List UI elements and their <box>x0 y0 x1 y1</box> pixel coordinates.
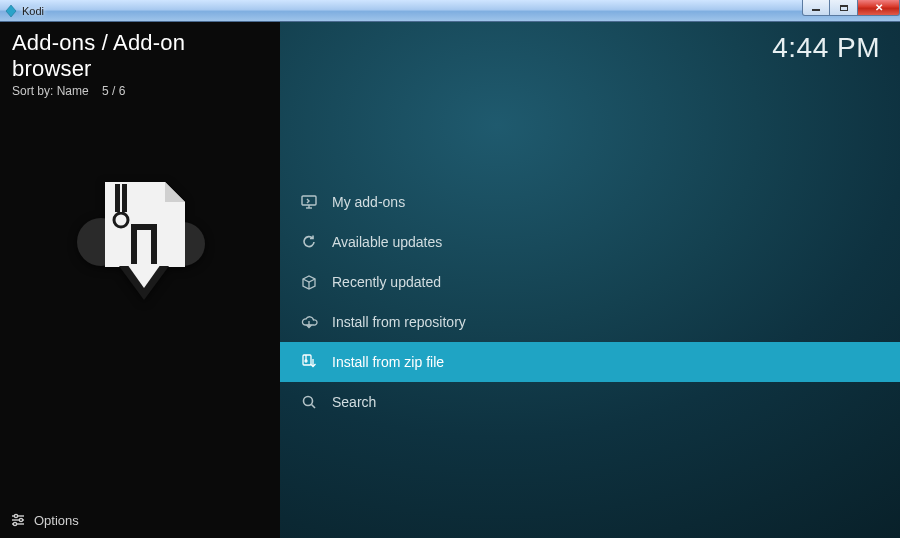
refresh-icon <box>300 233 318 251</box>
svg-point-4 <box>114 213 128 227</box>
app-title: Kodi <box>22 5 44 17</box>
svg-point-26 <box>304 397 313 406</box>
menu-item-my-add-ons[interactable]: My add-ons <box>280 182 900 222</box>
options-label: Options <box>34 513 79 528</box>
svg-point-13 <box>19 518 22 521</box>
cloud-down-icon <box>300 313 318 331</box>
app-body: Add-ons / Add-on browser Sort by: Name 5… <box>0 22 900 538</box>
clock: 4:44 PM <box>772 32 880 64</box>
menu-list: My add-onsAvailable updatesRecently upda… <box>280 182 900 422</box>
menu-item-label: Recently updated <box>332 274 441 290</box>
svg-point-11 <box>14 514 17 517</box>
window-maximize-button[interactable] <box>830 0 858 16</box>
svg-marker-0 <box>6 5 16 17</box>
zip-down-icon <box>300 353 318 371</box>
menu-item-available-updates[interactable]: Available updates <box>280 222 900 262</box>
menu-item-label: My add-ons <box>332 194 405 210</box>
window-titlebar: Kodi ✕ <box>0 0 900 22</box>
left-pane: Add-ons / Add-on browser Sort by: Name 5… <box>0 22 280 538</box>
sliders-icon <box>10 512 26 528</box>
search-icon <box>300 393 318 411</box>
page-subtitle: Sort by: Name 5 / 6 <box>12 84 268 98</box>
sort-label: Sort by: Name <box>12 84 89 98</box>
svg-point-15 <box>13 522 16 525</box>
menu-item-label: Available updates <box>332 234 442 250</box>
category-illustration <box>0 162 280 312</box>
window-controls: ✕ <box>802 0 900 21</box>
page-title: Add-ons / Add-on browser <box>12 30 268 82</box>
menu-item-install-from-repository[interactable]: Install from repository <box>280 302 900 342</box>
monitor-icon <box>300 193 318 211</box>
window-close-button[interactable]: ✕ <box>858 0 900 16</box>
menu-item-recently-updated[interactable]: Recently updated <box>280 262 900 302</box>
svg-point-24 <box>305 360 307 362</box>
menu-item-label: Install from repository <box>332 314 466 330</box>
menu-item-install-from-zip-file[interactable]: Install from zip file <box>280 342 900 382</box>
menu-item-label: Install from zip file <box>332 354 444 370</box>
box-open-icon <box>300 273 318 291</box>
svg-line-27 <box>312 405 316 409</box>
window-minimize-button[interactable] <box>802 0 830 16</box>
app-icon <box>4 4 18 18</box>
menu-item-label: Search <box>332 394 376 410</box>
right-pane: 4:44 PM My add-onsAvailable updatesRecen… <box>280 22 900 538</box>
header: Add-ons / Add-on browser Sort by: Name 5… <box>12 30 268 98</box>
menu-item-search[interactable]: Search <box>280 382 900 422</box>
position-indicator: 5 / 6 <box>102 84 125 98</box>
svg-rect-8 <box>137 230 151 264</box>
options-button[interactable]: Options <box>10 512 79 528</box>
